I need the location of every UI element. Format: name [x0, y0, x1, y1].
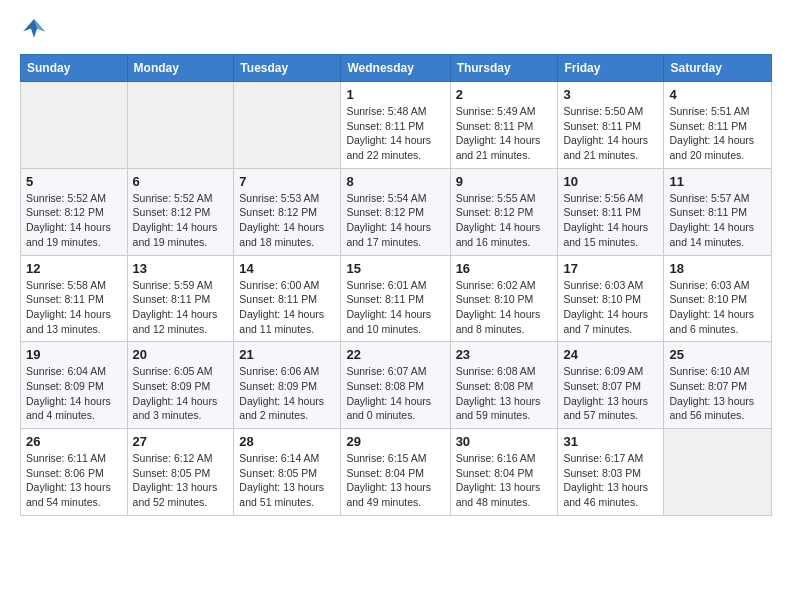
calendar-cell: 10Sunrise: 5:56 AM Sunset: 8:11 PM Dayli… [558, 168, 664, 255]
calendar-cell: 21Sunrise: 6:06 AM Sunset: 8:09 PM Dayli… [234, 342, 341, 429]
day-number: 20 [133, 347, 229, 362]
day-info: Sunrise: 5:53 AM Sunset: 8:12 PM Dayligh… [239, 191, 335, 250]
day-number: 28 [239, 434, 335, 449]
day-number: 16 [456, 261, 553, 276]
day-info: Sunrise: 5:57 AM Sunset: 8:11 PM Dayligh… [669, 191, 766, 250]
page-header [20, 16, 772, 44]
calendar-cell: 22Sunrise: 6:07 AM Sunset: 8:08 PM Dayli… [341, 342, 450, 429]
calendar-cell: 23Sunrise: 6:08 AM Sunset: 8:08 PM Dayli… [450, 342, 558, 429]
day-number: 13 [133, 261, 229, 276]
calendar-cell: 17Sunrise: 6:03 AM Sunset: 8:10 PM Dayli… [558, 255, 664, 342]
calendar-week-row: 12Sunrise: 5:58 AM Sunset: 8:11 PM Dayli… [21, 255, 772, 342]
calendar-cell: 13Sunrise: 5:59 AM Sunset: 8:11 PM Dayli… [127, 255, 234, 342]
calendar-cell: 31Sunrise: 6:17 AM Sunset: 8:03 PM Dayli… [558, 429, 664, 516]
calendar-week-row: 19Sunrise: 6:04 AM Sunset: 8:09 PM Dayli… [21, 342, 772, 429]
header-monday: Monday [127, 55, 234, 82]
day-info: Sunrise: 6:05 AM Sunset: 8:09 PM Dayligh… [133, 364, 229, 423]
day-number: 9 [456, 174, 553, 189]
day-number: 21 [239, 347, 335, 362]
day-info: Sunrise: 6:00 AM Sunset: 8:11 PM Dayligh… [239, 278, 335, 337]
day-info: Sunrise: 5:51 AM Sunset: 8:11 PM Dayligh… [669, 104, 766, 163]
calendar-cell: 2Sunrise: 5:49 AM Sunset: 8:11 PM Daylig… [450, 82, 558, 169]
day-number: 4 [669, 87, 766, 102]
day-number: 31 [563, 434, 658, 449]
day-number: 6 [133, 174, 229, 189]
day-info: Sunrise: 5:49 AM Sunset: 8:11 PM Dayligh… [456, 104, 553, 163]
day-info: Sunrise: 6:17 AM Sunset: 8:03 PM Dayligh… [563, 451, 658, 510]
calendar-cell: 1Sunrise: 5:48 AM Sunset: 8:11 PM Daylig… [341, 82, 450, 169]
calendar-cell: 16Sunrise: 6:02 AM Sunset: 8:10 PM Dayli… [450, 255, 558, 342]
day-info: Sunrise: 6:16 AM Sunset: 8:04 PM Dayligh… [456, 451, 553, 510]
day-info: Sunrise: 5:52 AM Sunset: 8:12 PM Dayligh… [133, 191, 229, 250]
header-wednesday: Wednesday [341, 55, 450, 82]
day-info: Sunrise: 6:10 AM Sunset: 8:07 PM Dayligh… [669, 364, 766, 423]
day-info: Sunrise: 5:48 AM Sunset: 8:11 PM Dayligh… [346, 104, 444, 163]
day-info: Sunrise: 6:09 AM Sunset: 8:07 PM Dayligh… [563, 364, 658, 423]
day-number: 26 [26, 434, 122, 449]
header-tuesday: Tuesday [234, 55, 341, 82]
day-number: 5 [26, 174, 122, 189]
calendar-cell: 20Sunrise: 6:05 AM Sunset: 8:09 PM Dayli… [127, 342, 234, 429]
day-info: Sunrise: 6:02 AM Sunset: 8:10 PM Dayligh… [456, 278, 553, 337]
day-number: 10 [563, 174, 658, 189]
calendar-header-row: SundayMondayTuesdayWednesdayThursdayFrid… [21, 55, 772, 82]
calendar-week-row: 5Sunrise: 5:52 AM Sunset: 8:12 PM Daylig… [21, 168, 772, 255]
calendar-cell: 8Sunrise: 5:54 AM Sunset: 8:12 PM Daylig… [341, 168, 450, 255]
day-info: Sunrise: 5:54 AM Sunset: 8:12 PM Dayligh… [346, 191, 444, 250]
day-number: 24 [563, 347, 658, 362]
day-info: Sunrise: 6:14 AM Sunset: 8:05 PM Dayligh… [239, 451, 335, 510]
header-saturday: Saturday [664, 55, 772, 82]
calendar-cell: 28Sunrise: 6:14 AM Sunset: 8:05 PM Dayli… [234, 429, 341, 516]
calendar-cell: 6Sunrise: 5:52 AM Sunset: 8:12 PM Daylig… [127, 168, 234, 255]
day-number: 3 [563, 87, 658, 102]
calendar-cell: 12Sunrise: 5:58 AM Sunset: 8:11 PM Dayli… [21, 255, 128, 342]
calendar-cell: 25Sunrise: 6:10 AM Sunset: 8:07 PM Dayli… [664, 342, 772, 429]
calendar-cell: 26Sunrise: 6:11 AM Sunset: 8:06 PM Dayli… [21, 429, 128, 516]
calendar-week-row: 26Sunrise: 6:11 AM Sunset: 8:06 PM Dayli… [21, 429, 772, 516]
day-number: 14 [239, 261, 335, 276]
day-info: Sunrise: 5:52 AM Sunset: 8:12 PM Dayligh… [26, 191, 122, 250]
header-thursday: Thursday [450, 55, 558, 82]
day-number: 2 [456, 87, 553, 102]
day-info: Sunrise: 5:55 AM Sunset: 8:12 PM Dayligh… [456, 191, 553, 250]
calendar-cell: 29Sunrise: 6:15 AM Sunset: 8:04 PM Dayli… [341, 429, 450, 516]
day-info: Sunrise: 6:12 AM Sunset: 8:05 PM Dayligh… [133, 451, 229, 510]
day-number: 8 [346, 174, 444, 189]
calendar-cell: 7Sunrise: 5:53 AM Sunset: 8:12 PM Daylig… [234, 168, 341, 255]
day-number: 23 [456, 347, 553, 362]
day-info: Sunrise: 6:03 AM Sunset: 8:10 PM Dayligh… [669, 278, 766, 337]
day-info: Sunrise: 5:56 AM Sunset: 8:11 PM Dayligh… [563, 191, 658, 250]
calendar-week-row: 1Sunrise: 5:48 AM Sunset: 8:11 PM Daylig… [21, 82, 772, 169]
header-sunday: Sunday [21, 55, 128, 82]
day-info: Sunrise: 6:03 AM Sunset: 8:10 PM Dayligh… [563, 278, 658, 337]
calendar-cell: 9Sunrise: 5:55 AM Sunset: 8:12 PM Daylig… [450, 168, 558, 255]
day-number: 25 [669, 347, 766, 362]
calendar-cell: 3Sunrise: 5:50 AM Sunset: 8:11 PM Daylig… [558, 82, 664, 169]
calendar-cell: 18Sunrise: 6:03 AM Sunset: 8:10 PM Dayli… [664, 255, 772, 342]
calendar-cell: 15Sunrise: 6:01 AM Sunset: 8:11 PM Dayli… [341, 255, 450, 342]
day-info: Sunrise: 5:59 AM Sunset: 8:11 PM Dayligh… [133, 278, 229, 337]
calendar-cell [664, 429, 772, 516]
calendar-cell: 5Sunrise: 5:52 AM Sunset: 8:12 PM Daylig… [21, 168, 128, 255]
calendar-cell [127, 82, 234, 169]
logo-bird-icon [20, 16, 48, 44]
logo [20, 16, 52, 44]
day-number: 29 [346, 434, 444, 449]
calendar-cell [21, 82, 128, 169]
day-number: 27 [133, 434, 229, 449]
calendar-cell: 14Sunrise: 6:00 AM Sunset: 8:11 PM Dayli… [234, 255, 341, 342]
calendar-cell: 24Sunrise: 6:09 AM Sunset: 8:07 PM Dayli… [558, 342, 664, 429]
day-number: 12 [26, 261, 122, 276]
header-friday: Friday [558, 55, 664, 82]
calendar-table: SundayMondayTuesdayWednesdayThursdayFrid… [20, 54, 772, 516]
day-number: 15 [346, 261, 444, 276]
day-number: 30 [456, 434, 553, 449]
day-number: 7 [239, 174, 335, 189]
day-number: 18 [669, 261, 766, 276]
day-info: Sunrise: 5:50 AM Sunset: 8:11 PM Dayligh… [563, 104, 658, 163]
day-number: 22 [346, 347, 444, 362]
day-info: Sunrise: 6:11 AM Sunset: 8:06 PM Dayligh… [26, 451, 122, 510]
calendar-cell: 19Sunrise: 6:04 AM Sunset: 8:09 PM Dayli… [21, 342, 128, 429]
calendar-cell: 30Sunrise: 6:16 AM Sunset: 8:04 PM Dayli… [450, 429, 558, 516]
calendar-cell [234, 82, 341, 169]
